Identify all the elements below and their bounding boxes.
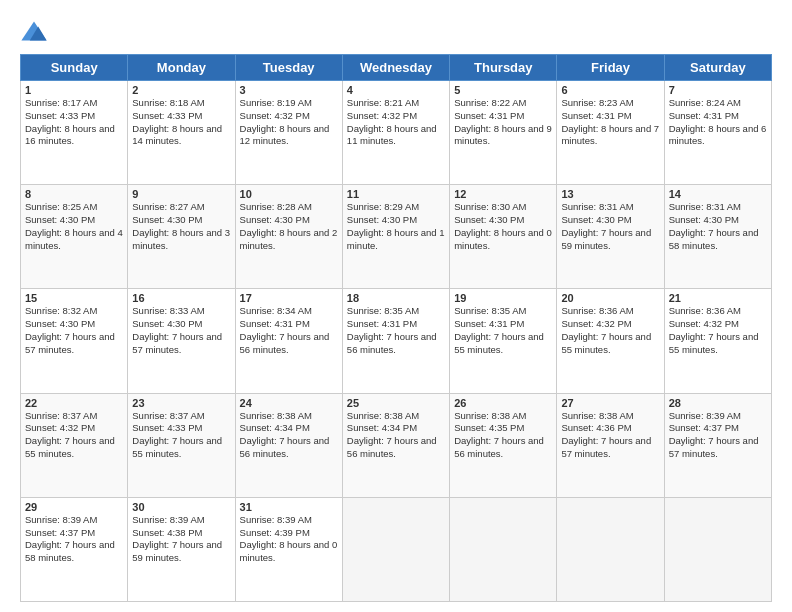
calendar-cell: 15 Sunrise: 8:32 AM Sunset: 4:30 PM Dayl… [21,289,128,393]
sunrise-label: Sunrise: 8:28 AM [240,201,312,212]
sunset-label: Sunset: 4:32 PM [347,110,417,121]
calendar-cell: 19 Sunrise: 8:35 AM Sunset: 4:31 PM Dayl… [450,289,557,393]
day-number: 30 [132,501,230,513]
day-number: 5 [454,84,552,96]
day-info: Sunrise: 8:34 AM Sunset: 4:31 PM Dayligh… [240,305,338,356]
sunrise-label: Sunrise: 8:38 AM [240,410,312,421]
sunset-label: Sunset: 4:33 PM [132,422,202,433]
sunrise-label: Sunrise: 8:38 AM [347,410,419,421]
day-info: Sunrise: 8:27 AM Sunset: 4:30 PM Dayligh… [132,201,230,252]
sunrise-label: Sunrise: 8:39 AM [25,514,97,525]
daylight-label: Daylight: 7 hours and 57 minutes. [132,331,222,355]
sunrise-label: Sunrise: 8:25 AM [25,201,97,212]
day-info: Sunrise: 8:39 AM Sunset: 4:39 PM Dayligh… [240,514,338,565]
sunrise-label: Sunrise: 8:38 AM [561,410,633,421]
sunrise-label: Sunrise: 8:29 AM [347,201,419,212]
calendar-cell: 16 Sunrise: 8:33 AM Sunset: 4:30 PM Dayl… [128,289,235,393]
day-number: 3 [240,84,338,96]
daylight-label: Daylight: 8 hours and 4 minutes. [25,227,123,251]
day-info: Sunrise: 8:37 AM Sunset: 4:32 PM Dayligh… [25,410,123,461]
sunset-label: Sunset: 4:32 PM [669,318,739,329]
daylight-label: Daylight: 8 hours and 12 minutes. [240,123,330,147]
day-number: 11 [347,188,445,200]
day-info: Sunrise: 8:31 AM Sunset: 4:30 PM Dayligh… [561,201,659,252]
calendar-cell: 30 Sunrise: 8:39 AM Sunset: 4:38 PM Dayl… [128,497,235,601]
day-info: Sunrise: 8:38 AM Sunset: 4:34 PM Dayligh… [347,410,445,461]
calendar-cell: 27 Sunrise: 8:38 AM Sunset: 4:36 PM Dayl… [557,393,664,497]
day-number: 9 [132,188,230,200]
day-info: Sunrise: 8:39 AM Sunset: 4:38 PM Dayligh… [132,514,230,565]
logo [20,18,52,46]
sunset-label: Sunset: 4:32 PM [240,110,310,121]
sunset-label: Sunset: 4:32 PM [561,318,631,329]
day-number: 7 [669,84,767,96]
day-number: 20 [561,292,659,304]
day-number: 28 [669,397,767,409]
sunrise-label: Sunrise: 8:36 AM [669,305,741,316]
calendar-header-thursday: Thursday [450,55,557,81]
daylight-label: Daylight: 8 hours and 14 minutes. [132,123,222,147]
day-info: Sunrise: 8:35 AM Sunset: 4:31 PM Dayligh… [347,305,445,356]
day-info: Sunrise: 8:22 AM Sunset: 4:31 PM Dayligh… [454,97,552,148]
sunrise-label: Sunrise: 8:35 AM [454,305,526,316]
calendar-cell: 17 Sunrise: 8:34 AM Sunset: 4:31 PM Dayl… [235,289,342,393]
day-number: 27 [561,397,659,409]
daylight-label: Daylight: 7 hours and 57 minutes. [669,435,759,459]
sunrise-label: Sunrise: 8:32 AM [25,305,97,316]
sunset-label: Sunset: 4:31 PM [347,318,417,329]
sunset-label: Sunset: 4:30 PM [25,318,95,329]
sunset-label: Sunset: 4:31 PM [454,110,524,121]
sunrise-label: Sunrise: 8:39 AM [132,514,204,525]
sunrise-label: Sunrise: 8:24 AM [669,97,741,108]
sunrise-label: Sunrise: 8:18 AM [132,97,204,108]
daylight-label: Daylight: 7 hours and 56 minutes. [240,435,330,459]
daylight-label: Daylight: 7 hours and 55 minutes. [132,435,222,459]
day-info: Sunrise: 8:36 AM Sunset: 4:32 PM Dayligh… [561,305,659,356]
day-info: Sunrise: 8:35 AM Sunset: 4:31 PM Dayligh… [454,305,552,356]
calendar-cell [342,497,449,601]
calendar-cell: 20 Sunrise: 8:36 AM Sunset: 4:32 PM Dayl… [557,289,664,393]
calendar-header-wednesday: Wednesday [342,55,449,81]
sunrise-label: Sunrise: 8:21 AM [347,97,419,108]
sunrise-label: Sunrise: 8:35 AM [347,305,419,316]
calendar-table: SundayMondayTuesdayWednesdayThursdayFrid… [20,54,772,602]
daylight-label: Daylight: 7 hours and 56 minutes. [240,331,330,355]
daylight-label: Daylight: 7 hours and 56 minutes. [454,435,544,459]
sunset-label: Sunset: 4:33 PM [25,110,95,121]
day-number: 21 [669,292,767,304]
calendar-cell: 18 Sunrise: 8:35 AM Sunset: 4:31 PM Dayl… [342,289,449,393]
calendar-cell [664,497,771,601]
sunrise-label: Sunrise: 8:22 AM [454,97,526,108]
day-number: 10 [240,188,338,200]
day-info: Sunrise: 8:18 AM Sunset: 4:33 PM Dayligh… [132,97,230,148]
calendar-cell: 11 Sunrise: 8:29 AM Sunset: 4:30 PM Dayl… [342,185,449,289]
calendar-cell: 31 Sunrise: 8:39 AM Sunset: 4:39 PM Dayl… [235,497,342,601]
sunset-label: Sunset: 4:30 PM [25,214,95,225]
day-number: 24 [240,397,338,409]
sunset-label: Sunset: 4:39 PM [240,527,310,538]
calendar-cell: 4 Sunrise: 8:21 AM Sunset: 4:32 PM Dayli… [342,81,449,185]
calendar-cell: 23 Sunrise: 8:37 AM Sunset: 4:33 PM Dayl… [128,393,235,497]
daylight-label: Daylight: 8 hours and 16 minutes. [25,123,115,147]
day-number: 6 [561,84,659,96]
daylight-label: Daylight: 7 hours and 56 minutes. [347,435,437,459]
day-info: Sunrise: 8:36 AM Sunset: 4:32 PM Dayligh… [669,305,767,356]
day-number: 29 [25,501,123,513]
day-info: Sunrise: 8:30 AM Sunset: 4:30 PM Dayligh… [454,201,552,252]
day-number: 25 [347,397,445,409]
daylight-label: Daylight: 8 hours and 7 minutes. [561,123,659,147]
sunrise-label: Sunrise: 8:37 AM [25,410,97,421]
sunset-label: Sunset: 4:32 PM [25,422,95,433]
daylight-label: Daylight: 7 hours and 59 minutes. [132,539,222,563]
calendar-cell: 13 Sunrise: 8:31 AM Sunset: 4:30 PM Dayl… [557,185,664,289]
day-number: 31 [240,501,338,513]
daylight-label: Daylight: 8 hours and 9 minutes. [454,123,552,147]
daylight-label: Daylight: 7 hours and 59 minutes. [561,227,651,251]
sunrise-label: Sunrise: 8:30 AM [454,201,526,212]
sunrise-label: Sunrise: 8:33 AM [132,305,204,316]
day-number: 2 [132,84,230,96]
calendar-cell: 7 Sunrise: 8:24 AM Sunset: 4:31 PM Dayli… [664,81,771,185]
calendar-cell: 3 Sunrise: 8:19 AM Sunset: 4:32 PM Dayli… [235,81,342,185]
day-info: Sunrise: 8:23 AM Sunset: 4:31 PM Dayligh… [561,97,659,148]
calendar-header-row: SundayMondayTuesdayWednesdayThursdayFrid… [21,55,772,81]
